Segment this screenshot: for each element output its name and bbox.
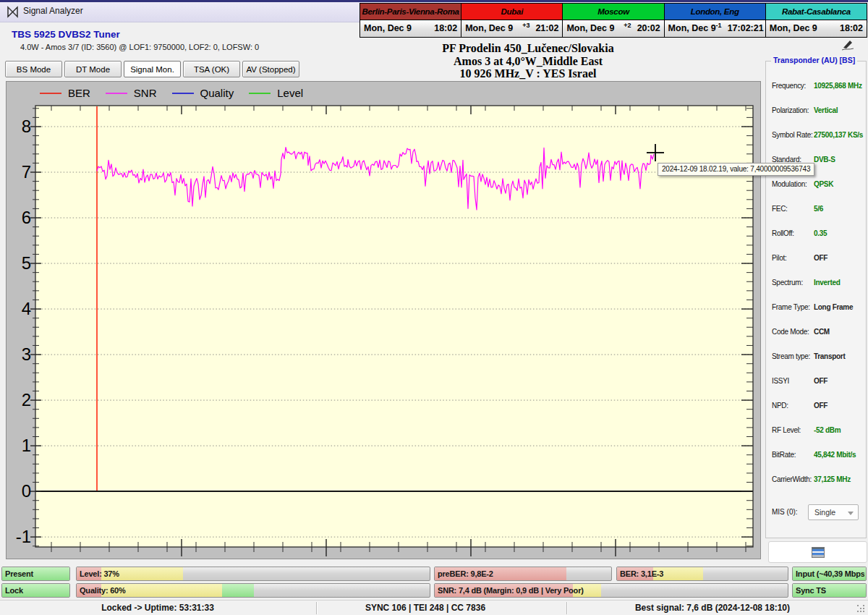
statusbar-divider <box>316 602 317 614</box>
transponder-field-polarization: Polarization:Vertical <box>766 106 866 116</box>
clock-time-cell: Mon, Dec 918:02 <box>360 20 461 37</box>
mode-toolbar: BS ModeDT ModeSignal Mon.TSA (OK)AV (Sto… <box>5 61 299 77</box>
field-label: FEC: <box>772 205 788 213</box>
mis-select[interactable]: Single <box>808 504 859 520</box>
gauge-ber: BER: 3,1E-3 <box>616 567 788 581</box>
transponder-field-bitrate: BitRate:45,842 Mbit/s <box>766 451 866 461</box>
y-axis-label: 8 <box>7 116 31 137</box>
clock-time-value: 18:02 <box>840 23 863 33</box>
clock-city-label: Rabat-Casablanca <box>766 4 867 20</box>
field-value: OFF <box>814 377 827 385</box>
field-label: Code Mode: <box>772 328 809 336</box>
gauge-label: Sync TS <box>796 584 864 598</box>
legend-item-snr: SNR <box>106 87 157 99</box>
field-label: Pilot: <box>772 254 786 262</box>
clock-column-dubai: DubaiMon, Dec 9+321:02 <box>461 4 563 37</box>
field-value: CCM <box>814 328 830 336</box>
field-value: 10925,868 MHz <box>814 82 862 90</box>
signature-glyph <box>841 39 855 51</box>
clock-date: Mon, Dec 9 <box>465 23 513 33</box>
y-axis-label: 6 <box>7 208 31 228</box>
clock-time-value: 21:02 <box>535 23 558 33</box>
toolbar-button-dt-mode[interactable]: DT Mode <box>64 61 122 77</box>
clock-column-london-eng: London, EngMon, Dec 9-117:02:21 <box>665 4 766 37</box>
window-title: Signal Analyzer <box>23 6 83 16</box>
legend-item-quality: Quality <box>172 87 234 99</box>
field-value: 0.35 <box>814 229 827 237</box>
field-value: Transport <box>814 352 845 360</box>
gauge-snr: SNR: 7,4 dB (Margin: 0,9 dB | Very Poor) <box>434 583 788 598</box>
gauge-preber: preBER: 9,8E-2 <box>434 567 612 581</box>
clock-time-cell: Mon, Dec 9+220:02 <box>563 20 663 37</box>
field-label: Spectrum: <box>772 279 803 287</box>
field-value: DVB-S <box>814 156 835 164</box>
clock-date: Mon, Dec 9 <box>364 23 412 33</box>
transponder-field-frame-type: Frame Type:Long Frame <box>766 303 866 313</box>
site-title-line2: Amos 3 at 4,0°W_Middle East <box>304 55 752 68</box>
gauge-lock: Lock <box>1 583 70 598</box>
transponder-field-rf-level: RF Level:-52 dBm <box>766 426 866 436</box>
chart-panel: BERSNRQualityLevel 876543210-1 <box>6 81 761 559</box>
field-value: Inverted <box>814 279 841 287</box>
mis-selected-value: Single <box>814 508 835 517</box>
clock-time-value: 18:02 <box>434 23 457 33</box>
gauge-label: Input (~40,39 Mbps) <box>796 567 864 581</box>
field-value: QPSK <box>814 180 833 188</box>
transponder-field-spectrum: Spectrum:Inverted <box>766 279 866 289</box>
field-label: Polarization: <box>772 106 809 114</box>
y-axis-label: 5 <box>7 253 31 273</box>
clock-column-moscow: MoscowMon, Dec 9+220:02 <box>563 4 664 37</box>
field-value: 45,842 Mbit/s <box>814 451 856 459</box>
transponder-panel: Transponder (AU) [BS] MIS (0): Single Fr… <box>765 61 867 538</box>
clock-utc-offset: -1 <box>716 22 728 29</box>
legend-line-quality <box>172 93 194 94</box>
transponder-field-symbol-rate: Symbol Rate:27500,137 KS/s <box>766 131 866 141</box>
chart-legend: BERSNRQualityLevel <box>40 87 303 99</box>
legend-line-ber <box>40 93 61 94</box>
legend-label: SNR <box>134 87 157 99</box>
chevron-down-icon <box>848 512 854 515</box>
clock-date: Mon, Dec 9 <box>770 23 817 33</box>
status-sync-counters: SYNC 106 | TEI 248 | CC 7836 <box>365 603 485 613</box>
toolbar-button-signal-mon[interactable]: Signal Mon. <box>124 61 181 77</box>
clock-utc-offset: +3 <box>513 22 535 29</box>
transponder-field-carrierwidth: CarrierWidth:37,125 MHz <box>766 475 866 485</box>
field-label: BitRate: <box>772 451 796 459</box>
world-clocks: Berlin-Paris-Vienna-RomaMon, Dec 918:02D… <box>359 3 867 38</box>
y-axis-label: 1 <box>7 436 31 456</box>
transponder-field-modulation: Modulation:QPSK <box>766 180 866 190</box>
panel-save-button[interactable] <box>768 541 867 563</box>
field-label: NPD: <box>772 402 788 410</box>
legend-line-level <box>249 93 271 94</box>
clock-date: Mon, Dec 9 <box>668 23 716 33</box>
y-axis-label: 7 <box>7 162 31 182</box>
gauge-label: Lock <box>5 584 68 598</box>
field-label: Frame Type: <box>772 303 810 311</box>
field-value: 27500,137 KS/s <box>814 131 863 139</box>
field-value: 5/6 <box>814 205 823 213</box>
clock-column-rabat-casablanca: Rabat-CasablancaMon, Dec 918:02 <box>766 4 867 37</box>
clock-time-value: 17:02:21 <box>728 23 764 33</box>
snr-trace-chart <box>30 101 760 558</box>
toolbar-button-bs-mode[interactable]: BS Mode <box>5 61 62 77</box>
resize-grip[interactable] <box>857 605 866 614</box>
gauge-quality: Quality: 60% <box>76 583 430 598</box>
mis-label: MIS (0): <box>772 508 798 516</box>
transponder-field-stream-type: Stream type:Transport <box>766 352 866 362</box>
toolbar-button-av-stopped[interactable]: AV (Stopped) <box>242 61 299 77</box>
legend-line-snr <box>106 93 127 94</box>
legend-item-ber: BER <box>40 87 90 99</box>
legend-label: Quality <box>200 87 234 99</box>
status-lock-uptime: Locked -> Uptime: 53:31:33 <box>101 603 214 613</box>
field-label: CarrierWidth: <box>772 475 812 483</box>
field-label: ISSYI <box>772 377 789 385</box>
transponder-field-frequency: Frequency:10925,868 MHz <box>766 82 866 92</box>
transponder-field-code-mode: Code Mode:CCM <box>766 328 866 338</box>
gauge-label: Present <box>5 567 68 581</box>
toolbar-button-tsa-ok[interactable]: TSA (OK) <box>183 61 240 77</box>
gauge-label: preBER: 9,8E-2 <box>438 567 610 581</box>
field-label: Modulation: <box>772 180 807 188</box>
transponder-field-npd: NPD:OFF <box>766 402 866 412</box>
field-label: Symbol Rate: <box>772 131 812 139</box>
gauge-label: Level: 37% <box>80 567 428 581</box>
